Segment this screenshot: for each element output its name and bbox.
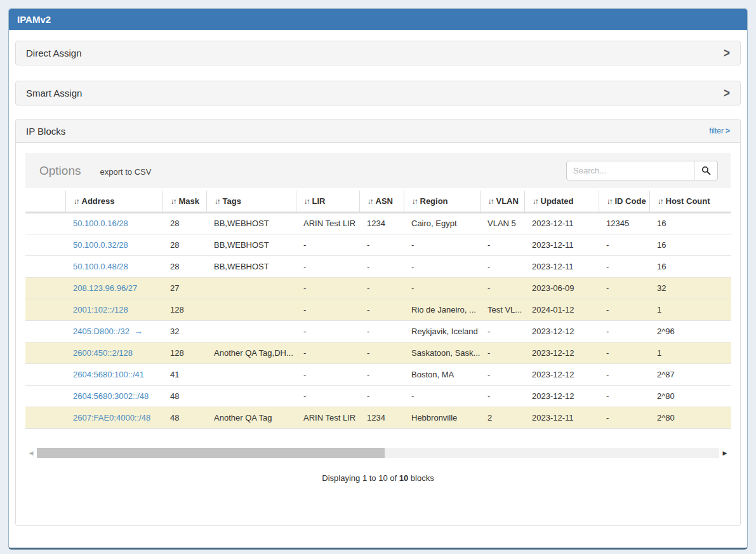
cell-gutter xyxy=(25,234,65,255)
cell-lir: - xyxy=(296,363,359,385)
cell-address: 2405:D800::/32→ xyxy=(65,320,162,342)
cell-region: Boston, MA xyxy=(404,363,480,385)
cell-gutter xyxy=(25,320,65,342)
cell-mask: 128 xyxy=(162,299,206,320)
cell-asn: 1234 xyxy=(359,407,404,428)
cell-updated: 2023-12-11 xyxy=(524,407,599,428)
address-link[interactable]: 50.100.0.48/28 xyxy=(73,262,128,271)
column-header-region[interactable]: ↓↑Region xyxy=(404,191,480,212)
cell-vlan: 2 xyxy=(480,407,524,428)
column-header-mask[interactable]: ↓↑Mask xyxy=(162,191,206,212)
address-link[interactable]: 50.100.0.32/28 xyxy=(73,240,128,250)
column-header-updated[interactable]: ↓↑Updated xyxy=(524,191,599,212)
search-input[interactable] xyxy=(566,161,694,180)
cell-region: - xyxy=(404,385,480,407)
cell-updated: 2023-12-12 xyxy=(524,342,599,363)
cell-address: 2001:102::/128 xyxy=(65,299,162,320)
cell-updated: 2023-06-09 xyxy=(524,277,599,299)
address-link[interactable]: 2600:450::2/128 xyxy=(73,348,133,358)
column-label: LIR xyxy=(312,196,326,206)
sort-icon: ↓↑ xyxy=(304,197,309,206)
column-header-vlan[interactable]: ↓↑VLAN xyxy=(480,191,524,212)
cell-lir: ARIN Test LIR xyxy=(296,407,359,428)
address-link[interactable]: 2607:FAE0:4000::/48 xyxy=(73,413,150,422)
export-csv-link[interactable]: export to CSV xyxy=(100,167,151,177)
sort-icon: ↓↑ xyxy=(488,197,493,206)
cell-vlan: - xyxy=(480,363,524,385)
cell-mask: 28 xyxy=(162,212,206,234)
cell-address: 2604:5680:100::/41 xyxy=(65,363,162,385)
cell-tags xyxy=(206,363,296,385)
cell-vlan: - xyxy=(480,320,524,342)
column-header-tags[interactable]: ↓↑Tags xyxy=(206,191,296,212)
cell-id_code: - xyxy=(599,234,649,255)
column-header-asn[interactable]: ↓↑ASN xyxy=(359,191,404,212)
column-label: Mask xyxy=(179,196,200,206)
cell-region: Cairo, Egypt xyxy=(404,212,480,234)
scroll-left-arrow-icon[interactable]: ◀ xyxy=(25,450,37,456)
scrollbar-track[interactable] xyxy=(37,448,719,458)
scrollbar-thumb[interactable] xyxy=(37,448,385,458)
table-body: 50.100.0.16/2828BB,WEBHOSTARIN Test LIR1… xyxy=(25,212,731,428)
address-link[interactable]: 2604:5680:3002::/48 xyxy=(73,391,149,401)
cell-lir: - xyxy=(296,320,359,342)
cell-asn: - xyxy=(359,342,404,363)
cell-updated: 2024-01-12 xyxy=(524,299,599,320)
column-label: ID Code xyxy=(615,196,646,206)
ip-blocks-body: Options export to CSV xyxy=(16,143,740,483)
cell-id_code: - xyxy=(599,320,649,342)
cell-id_code: - xyxy=(599,299,649,320)
search-icon xyxy=(701,166,711,175)
address-link[interactable]: 2405:D800::/32 xyxy=(73,327,129,336)
table-row: 2405:D800::/32→32--Reykjavik, Iceland-20… xyxy=(25,320,731,342)
chevron-right-icon: > xyxy=(726,126,730,135)
table-row: 2604:5680:100::/4141--Boston, MA-2023-12… xyxy=(25,363,731,385)
cell-updated: 2023-12-12 xyxy=(524,385,599,407)
address-link[interactable]: 2604:5680:100::/41 xyxy=(73,370,144,379)
address-link[interactable]: 208.123.96.96/27 xyxy=(73,283,137,293)
column-label: Address xyxy=(82,196,115,206)
column-header-id_code[interactable]: ↓↑ID Code xyxy=(599,191,649,212)
column-header-gutter xyxy=(25,191,65,212)
cell-region: Hebbronville xyxy=(404,407,480,428)
cell-lir: - xyxy=(296,299,359,320)
sort-icon: ↓↑ xyxy=(607,197,612,206)
cell-tags xyxy=(206,320,296,342)
table-row: 50.100.0.48/2828BB,WEBHOST----2023-12-11… xyxy=(25,255,731,277)
cell-updated: 2023-12-12 xyxy=(524,363,599,385)
record-count-suffix: blocks xyxy=(408,473,434,483)
cell-asn: - xyxy=(359,363,404,385)
direct-assign-label: Direct Assign xyxy=(26,48,82,58)
cell-id_code: - xyxy=(599,385,649,407)
table-row: 50.100.0.32/2828BB,WEBHOST----2023-12-11… xyxy=(25,234,731,255)
column-label: Tags xyxy=(223,196,241,206)
column-header-address[interactable]: ↓↑Address xyxy=(65,191,162,212)
cell-mask: 41 xyxy=(162,363,206,385)
cell-vlan: - xyxy=(480,385,524,407)
smart-assign-header[interactable]: Smart Assign > xyxy=(16,81,740,105)
cell-updated: 2023-12-11 xyxy=(524,255,599,277)
scroll-right-arrow-icon[interactable]: ▶ xyxy=(719,450,731,456)
table-row: 2001:102::/128128--Rio de Janeiro, ...Te… xyxy=(25,299,731,320)
cell-vlan: - xyxy=(480,342,524,363)
cell-asn: - xyxy=(359,234,404,255)
ip-blocks-label: IP Blocks xyxy=(26,126,65,137)
cell-region: Rio de Janeiro, ... xyxy=(404,299,480,320)
column-header-lir[interactable]: ↓↑LIR xyxy=(296,191,359,212)
direct-assign-header[interactable]: Direct Assign > xyxy=(16,41,740,65)
cell-host_count: 2^87 xyxy=(649,363,731,385)
filter-link[interactable]: filter> xyxy=(709,126,730,135)
search-group xyxy=(566,161,718,180)
address-link[interactable]: 2001:102::/128 xyxy=(73,305,128,314)
column-label: Host Count xyxy=(666,196,710,206)
cell-gutter xyxy=(25,212,65,234)
cell-lir: - xyxy=(296,255,359,277)
app-title-bar: IPAMv2 xyxy=(9,9,747,30)
search-button[interactable] xyxy=(694,161,718,180)
cell-vlan: - xyxy=(480,234,524,255)
cell-region: Reykjavik, Iceland xyxy=(404,320,480,342)
address-link[interactable]: 50.100.0.16/28 xyxy=(73,219,128,228)
column-header-host_count[interactable]: ↓↑Host Count xyxy=(649,191,731,212)
cell-mask: 48 xyxy=(162,385,206,407)
cell-host_count: 2^96 xyxy=(649,320,731,342)
